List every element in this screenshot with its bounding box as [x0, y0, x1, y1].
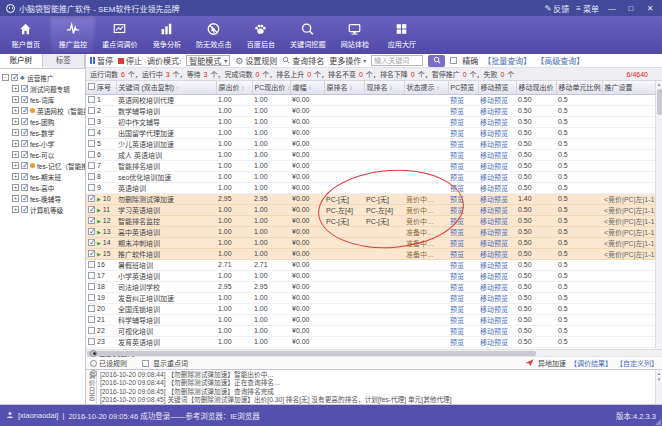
keyword-cell[interactable]: 司法培训学校 — [116, 281, 216, 292]
row-select-cell[interactable]: 22 — [86, 325, 116, 336]
vertical-scrollbar[interactable]: ▴ — [655, 81, 662, 349]
expand-icon[interactable]: + — [12, 140, 19, 147]
table-row[interactable]: ▶11学习英语培训1.001.00¥0.00PC-左[4]PC-左[4]竞价中…… — [86, 204, 662, 215]
mobile-preview-link[interactable]: 移动预览 — [480, 328, 508, 335]
pc-preview-link[interactable]: 预览 — [450, 196, 464, 203]
expand-icon[interactable]: + — [12, 206, 19, 213]
expand-icon[interactable]: + — [12, 184, 19, 191]
pc-preview-link[interactable]: 预览 — [450, 163, 464, 170]
pc-preview-link[interactable]: 预览 — [450, 97, 464, 104]
mobile-preview-link[interactable]: 移动预览 — [480, 306, 508, 313]
table-row[interactable]: 20全国连锁培训1.001.00¥0.00预览移动预览0.500.5 — [86, 303, 662, 314]
row-select-cell[interactable]: 2 — [86, 105, 116, 116]
row-select-cell[interactable]: 23 — [86, 336, 116, 347]
row-select-cell[interactable]: ▶10 — [86, 193, 116, 204]
row-select-cell[interactable]: ▶13 — [86, 226, 116, 237]
mobile-preview-link[interactable]: 移动预览 — [480, 163, 508, 170]
row-checkbox[interactable] — [88, 283, 95, 290]
pc-preview-link[interactable]: 预览 — [450, 207, 464, 214]
tree-item-checkbox[interactable] — [21, 151, 28, 158]
tree-item-checkbox[interactable] — [21, 184, 28, 191]
row-checkbox[interactable] — [88, 206, 95, 213]
keyword-cell[interactable]: 推广软件培训 — [116, 248, 216, 259]
bid-mode-select[interactable]: 智能模式▾ — [186, 55, 230, 66]
menu-button[interactable]: ≡菜单 — [576, 3, 599, 14]
pc-preview-link[interactable]: 预览 — [450, 185, 464, 192]
mobile-preview-link[interactable]: 移动预览 — [480, 207, 508, 214]
keyword-cell[interactable]: 初中作文辅导 — [116, 116, 216, 127]
mobile-preview-link[interactable]: 移动预览 — [480, 130, 508, 137]
select-all-checkbox[interactable] — [88, 83, 95, 90]
col-header-4[interactable]: PC现出价 ↕ — [252, 81, 290, 94]
bid-result-link[interactable]: 【调价结果】 — [570, 358, 612, 368]
table-row[interactable]: 5少儿英语培训加速1.001.00¥0.00预览移动预览0.500.5 — [86, 138, 662, 149]
table-row[interactable]: 18司法培训学校2.952.95¥0.00预览移动预览0.500.5 — [86, 281, 662, 292]
exact-match-checkbox[interactable] — [450, 57, 457, 64]
sort-icon[interactable]: ↕ — [241, 85, 244, 91]
table-row[interactable]: ▶13高中英语培训1.001.00¥0.00准备中…预览移动预览0.500.5<… — [86, 226, 662, 237]
close-button[interactable]: ✕ — [644, 4, 656, 13]
pc-preview-link[interactable]: 预览 — [450, 130, 464, 137]
mobile-preview-link[interactable]: 移动预览 — [480, 174, 508, 181]
mobile-preview-link[interactable]: 移动预览 — [480, 339, 508, 346]
tree-item-checkbox[interactable] — [21, 140, 28, 147]
filter-radio-已设规则[interactable]: 已设规则 — [90, 358, 134, 368]
sidebar-tab-标签[interactable]: 标签 — [43, 54, 86, 68]
pc-preview-link[interactable]: 预览 — [450, 141, 464, 148]
col-header-1[interactable]: 序号 — [86, 81, 116, 94]
pc-preview-link[interactable]: 预览 — [450, 317, 464, 324]
col-header-10[interactable]: 移动预览 — [478, 81, 516, 94]
row-select-cell[interactable]: ▶12 — [86, 215, 116, 226]
row-select-cell[interactable]: 16 — [86, 259, 116, 270]
resize-grip[interactable] — [655, 419, 661, 425]
tree-item[interactable]: +fes-数学 — [2, 127, 83, 138]
show-focus-checkbox[interactable] — [142, 360, 149, 367]
row-select-cell[interactable]: 18 — [86, 281, 116, 292]
pc-preview-link[interactable]: 预览 — [450, 339, 464, 346]
radio-icon[interactable] — [90, 350, 97, 357]
pc-preview-link[interactable]: 预览 — [450, 108, 464, 115]
radio-icon[interactable] — [90, 370, 97, 377]
mobile-preview-link[interactable]: 移动预览 — [480, 273, 508, 280]
col-header-8[interactable]: 状态提示 ↕ — [404, 81, 448, 94]
table-row[interactable]: 6成人 英语培训1.001.00¥0.00预览移动预览0.500.5 — [86, 149, 662, 160]
minimize-button[interactable]: — — [606, 4, 618, 13]
mobile-preview-link[interactable]: 移动预览 — [480, 218, 508, 225]
expand-icon[interactable]: + — [12, 85, 19, 92]
nav-item-home[interactable]: 账户首页 — [2, 16, 49, 54]
table-row[interactable]: 23发育英语培训1.001.00¥0.00预览移动预览0.500.5 — [86, 336, 662, 347]
nav-item-baidu[interactable]: 百度后台 — [237, 16, 284, 54]
tree-item[interactable]: +fes-记忆（智能推广） — [2, 160, 83, 171]
row-select-cell[interactable]: 21 — [86, 314, 116, 325]
tree-item[interactable]: +测试问题专辑 — [2, 83, 83, 94]
expand-icon[interactable]: + — [12, 107, 19, 114]
set-rules-button[interactable]: ⚙设置规则 — [235, 55, 277, 66]
keyword-cell[interactable]: 英语网校培训代理 — [116, 94, 216, 105]
pc-preview-link[interactable]: 预览 — [450, 306, 464, 313]
query-rank-button[interactable]: 查询排名 — [282, 55, 324, 66]
table-row[interactable]: 8seo优化培训加速1.001.00¥0.00预览移动预览0.500.5 — [86, 171, 662, 182]
keyword-cell[interactable]: 发育英语培训 — [116, 336, 216, 347]
table-row[interactable]: 19发音纠正培训加速1.001.00¥0.00预览移动预览0.500.5 — [86, 292, 662, 303]
tree-item-checkbox[interactable] — [21, 129, 28, 136]
row-checkbox[interactable] — [88, 184, 95, 191]
row-select-cell[interactable]: 1 — [86, 94, 116, 105]
keyword-cell[interactable]: 英语培训 — [116, 182, 216, 193]
sort-icon[interactable]: ↕ — [349, 85, 352, 91]
expand-icon[interactable]: + — [12, 118, 19, 125]
custom-columns-link[interactable]: 【自定义列】 — [616, 358, 658, 368]
tree-item-checkbox[interactable] — [21, 206, 28, 213]
expand-icon[interactable]: + — [12, 151, 19, 158]
tree-item[interactable]: +fes-晚辅导 — [2, 193, 83, 204]
pc-preview-link[interactable]: 预览 — [450, 262, 464, 269]
log-scrollbar[interactable]: ▴▾ — [655, 370, 662, 404]
keyword-cell[interactable]: 期末冲刺培训 — [116, 237, 216, 248]
row-select-cell[interactable]: ▶11 — [86, 204, 116, 215]
nav-item-monitor[interactable]: 推广监控 — [49, 16, 96, 54]
scrollbar-thumb[interactable] — [657, 89, 662, 115]
sidebar-tab-账户树[interactable]: 账户树 — [0, 54, 43, 68]
tree-item-checkbox[interactable] — [21, 162, 28, 169]
col-header-2[interactable]: 关键词 (双击复制) ↕ — [116, 81, 216, 94]
pause-button[interactable]: 暂停 — [90, 55, 113, 66]
mobile-preview-link[interactable]: 移动预览 — [480, 119, 508, 126]
